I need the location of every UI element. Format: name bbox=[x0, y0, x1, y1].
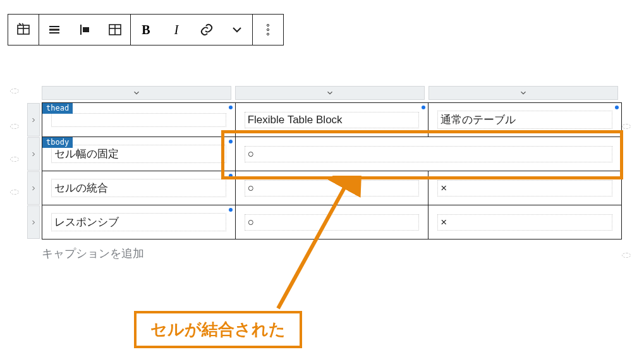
body-cell-1-0-text[interactable]: セルの統合 bbox=[51, 179, 226, 197]
selection-dot bbox=[229, 208, 233, 212]
edit-table-button[interactable] bbox=[100, 15, 130, 45]
body-cell-2-2-text[interactable]: × bbox=[437, 214, 612, 231]
body-row-0: tbody セル幅の固定 ○ bbox=[42, 137, 622, 171]
column-handle-2[interactable] bbox=[235, 86, 425, 100]
body-cell-0-merged-text[interactable]: ○ bbox=[245, 146, 612, 162]
body-cell-1-0[interactable]: セルの統合 bbox=[42, 171, 236, 205]
guide-dot bbox=[10, 190, 19, 195]
header-cell-1[interactable]: Flexible Table Block bbox=[235, 103, 428, 137]
selection-dot bbox=[422, 106, 425, 109]
block-toolbar: B I bbox=[8, 14, 284, 46]
svg-point-13 bbox=[267, 33, 269, 35]
column-handle-1[interactable] bbox=[42, 86, 231, 100]
table-block-icon[interactable] bbox=[8, 15, 39, 45]
link-button[interactable] bbox=[191, 15, 222, 45]
body-cell-2-1[interactable]: ○ bbox=[235, 205, 428, 240]
annotation-label: セルが結合された bbox=[134, 311, 302, 348]
thead-tag: thead bbox=[42, 103, 73, 114]
italic-button[interactable]: I bbox=[161, 15, 191, 45]
body-cell-1-1[interactable]: ○ bbox=[235, 171, 428, 205]
header-cell-0-text[interactable] bbox=[51, 113, 226, 127]
guide-dot bbox=[10, 88, 19, 94]
row-handle-header[interactable] bbox=[27, 103, 40, 136]
corner-spacer bbox=[27, 86, 38, 100]
guide-dot bbox=[622, 124, 631, 129]
body-cell-2-0[interactable]: レスポンシブ bbox=[42, 205, 236, 240]
align-button[interactable] bbox=[39, 15, 70, 45]
caption-field[interactable]: キャプションを追加 bbox=[42, 246, 623, 261]
toolbar-group-block bbox=[8, 15, 39, 45]
body-cell-1-2-text[interactable]: × bbox=[437, 180, 612, 197]
guide-dot bbox=[10, 157, 19, 162]
bold-button[interactable]: B bbox=[131, 15, 161, 45]
row-handle-2[interactable] bbox=[27, 205, 40, 239]
guide-dot bbox=[10, 124, 19, 129]
svg-point-12 bbox=[267, 28, 269, 30]
column-handle-3[interactable] bbox=[428, 86, 618, 100]
header-cell-1-text[interactable]: Flexible Table Block bbox=[245, 112, 420, 128]
toolbar-group-align bbox=[39, 15, 131, 45]
selection-dot bbox=[615, 106, 619, 109]
body-row-2: レスポンシブ ○ × bbox=[42, 205, 622, 240]
body-cell-2-2[interactable]: × bbox=[428, 205, 622, 240]
body-cell-0-merged[interactable]: ○ bbox=[235, 137, 621, 171]
header-cell-2-text[interactable]: 通常のテーブル bbox=[437, 111, 612, 129]
body-cell-0-0-text[interactable]: セル幅の固定 bbox=[51, 145, 226, 163]
toolbar-group-more bbox=[253, 15, 283, 45]
selection-dot bbox=[229, 106, 233, 109]
toolbar-group-format: B I bbox=[131, 15, 253, 45]
row-handle-1[interactable] bbox=[27, 171, 40, 205]
body-cell-0-0[interactable]: tbody セル幅の固定 bbox=[42, 137, 236, 171]
body-row-1: セルの統合 ○ × bbox=[42, 171, 622, 205]
justify-button[interactable] bbox=[70, 15, 100, 45]
more-format-button[interactable] bbox=[222, 15, 252, 45]
options-button[interactable] bbox=[253, 15, 283, 45]
tbody-tag: tbody bbox=[42, 137, 73, 148]
svg-rect-7 bbox=[83, 27, 89, 32]
guide-dot bbox=[622, 253, 631, 258]
selection-dot bbox=[229, 140, 233, 143]
body-cell-2-0-text[interactable]: レスポンシブ bbox=[51, 213, 226, 231]
body-cell-2-1-text[interactable]: ○ bbox=[245, 214, 420, 231]
selection-dot bbox=[229, 174, 233, 178]
body-cell-1-1-text[interactable]: ○ bbox=[245, 180, 420, 197]
body-cell-1-2[interactable]: × bbox=[428, 171, 622, 205]
header-cell-2[interactable]: 通常のテーブル bbox=[428, 103, 622, 137]
table-editor: thead Flexible Table Block 通常のテーブル bbox=[27, 86, 623, 261]
header-row: thead Flexible Table Block 通常のテーブル bbox=[42, 103, 622, 137]
header-cell-0[interactable]: thead bbox=[42, 103, 236, 137]
svg-point-11 bbox=[267, 24, 269, 26]
column-handles-row bbox=[27, 86, 623, 100]
row-handle-0[interactable] bbox=[27, 137, 40, 171]
flexible-table: thead Flexible Table Block 通常のテーブル bbox=[42, 102, 622, 240]
